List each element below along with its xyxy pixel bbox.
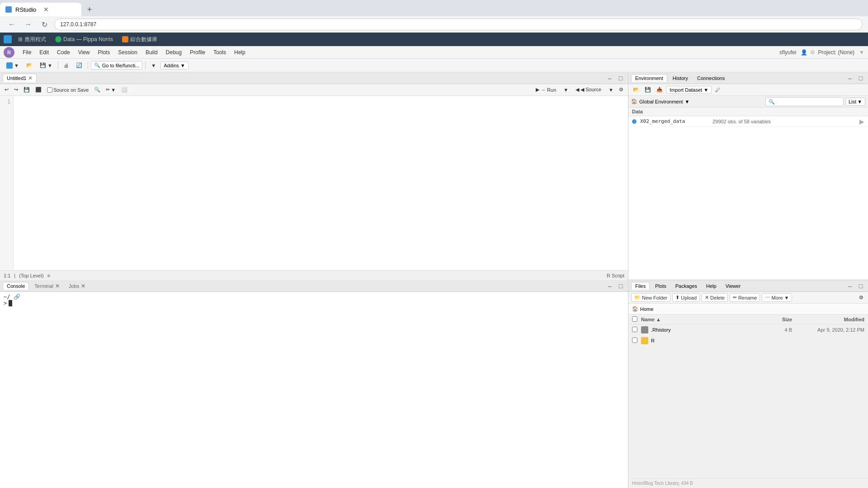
- files-header-size[interactable]: Size: [756, 317, 792, 322]
- file-checkbox-rhistory[interactable]: [632, 327, 641, 333]
- project-dropdown-icon[interactable]: ▼: [859, 49, 864, 56]
- menu-build[interactable]: Build: [142, 48, 161, 56]
- menu-profile[interactable]: Profile: [186, 48, 209, 56]
- files-tab[interactable]: Files: [631, 282, 650, 290]
- new-tab-button[interactable]: +: [83, 3, 96, 16]
- upload-button[interactable]: ⬆ Upload: [672, 293, 700, 302]
- menu-plots[interactable]: Plots: [94, 48, 114, 56]
- editor-expand-button[interactable]: ⬜: [119, 86, 129, 94]
- home-breadcrumb-label[interactable]: Home: [640, 306, 653, 312]
- more-button[interactable]: ⋯ More ▼: [762, 293, 792, 302]
- env-save-button[interactable]: 💾: [643, 86, 653, 94]
- list-button[interactable]: List ▼: [845, 98, 865, 106]
- back-button[interactable]: ←: [5, 18, 18, 31]
- console-prompt-line[interactable]: >: [4, 300, 624, 306]
- terminal-tab[interactable]: Terminal ✕: [31, 282, 63, 290]
- clear-env-button[interactable]: 🖊: [713, 86, 722, 94]
- import-dataset-button[interactable]: Import Dataset ▼: [666, 86, 712, 94]
- run-button[interactable]: ▶ → Run: [532, 86, 560, 94]
- console-maximize-button[interactable]: □: [616, 282, 625, 291]
- source-on-save-check[interactable]: [47, 87, 52, 93]
- menu-code[interactable]: Code: [53, 48, 74, 56]
- data-pippa-button[interactable]: Data — Pippa Norris: [52, 35, 116, 43]
- global-env-selector[interactable]: 🏠 Global Environment ▼: [631, 99, 690, 104]
- viewer-tab[interactable]: Viewer: [722, 282, 744, 290]
- new-file-button[interactable]: ▼: [4, 61, 22, 70]
- file-check-rhistory[interactable]: [632, 327, 637, 332]
- env-import-csv-button[interactable]: 📥: [655, 86, 665, 94]
- editor-settings-button[interactable]: ⚙: [617, 86, 625, 94]
- tab-close-button[interactable]: ✕: [43, 6, 49, 13]
- files-minimize-button[interactable]: –: [845, 282, 854, 291]
- forward-button[interactable]: →: [22, 18, 34, 31]
- file-check-r[interactable]: [632, 338, 637, 343]
- db-button[interactable]: 綜合數據庫: [119, 35, 160, 44]
- plots-tab[interactable]: Plots: [651, 282, 670, 290]
- address-bar[interactable]: [54, 19, 863, 30]
- editor-save-all-button[interactable]: ⬛: [33, 86, 43, 94]
- packages-tab[interactable]: Packages: [672, 282, 701, 290]
- knit-button[interactable]: 🔄: [73, 61, 85, 69]
- rename-button[interactable]: ✏ Rename: [730, 293, 760, 302]
- files-header-modified[interactable]: Modified: [792, 317, 864, 322]
- env-search-input[interactable]: [765, 97, 844, 106]
- delete-button[interactable]: ✕ Delete: [702, 293, 728, 302]
- jobs-tab[interactable]: Jobs ✕: [65, 282, 89, 290]
- terminal-tab-close[interactable]: ✕: [55, 283, 60, 289]
- editor-content[interactable]: [14, 96, 628, 270]
- source-options-button[interactable]: ▼: [607, 86, 615, 94]
- print-button[interactable]: 🖨: [61, 62, 71, 69]
- console-body[interactable]: ~/ 🔗 >: [0, 292, 628, 488]
- editor-source-on-save-checkbox[interactable]: Source on Save: [45, 86, 90, 94]
- connections-tab[interactable]: Connections: [693, 75, 728, 82]
- file-name-r[interactable]: R: [651, 338, 756, 343]
- file-name-rhistory[interactable]: .Rhistory: [651, 327, 756, 333]
- editor-tab-untitled1[interactable]: Untitled1 ✕: [3, 74, 37, 82]
- env-maximize-button[interactable]: □: [856, 74, 865, 83]
- env-load-button[interactable]: 📂: [631, 86, 641, 94]
- file-row-r-folder[interactable]: R: [628, 335, 868, 346]
- source-button[interactable]: ◀ ◀ Source: [572, 86, 605, 94]
- refresh-button[interactable]: ↻: [38, 18, 51, 31]
- file-row-rhistory[interactable]: .Rhistory 4 B Apr 9, 2020, 2:12 PM: [628, 324, 868, 335]
- editor-search-button[interactable]: 🔍: [92, 86, 102, 94]
- editor-undo-button[interactable]: ↩: [3, 86, 10, 94]
- import-dropdown-icon: ▼: [703, 87, 708, 93]
- environment-tab[interactable]: Environment: [631, 74, 667, 82]
- editor-tab-close[interactable]: ✕: [28, 75, 33, 81]
- editor-maximize-button[interactable]: □: [616, 74, 625, 83]
- console-minimize-button[interactable]: –: [605, 282, 614, 291]
- files-maximize-button[interactable]: □: [856, 282, 865, 291]
- editor-save-button[interactable]: 💾: [22, 86, 32, 94]
- menu-debug[interactable]: Debug: [162, 48, 185, 56]
- new-folder-button[interactable]: 📁 New Folder: [631, 293, 670, 302]
- editor-code-button[interactable]: ✏ ▼: [104, 86, 118, 94]
- jobs-tab-close[interactable]: ✕: [81, 283, 85, 289]
- addins-button[interactable]: Addins ▼: [160, 61, 189, 70]
- menu-session[interactable]: Session: [114, 48, 141, 56]
- menu-edit[interactable]: Edit: [36, 48, 52, 56]
- files-select-all-checkbox[interactable]: [632, 316, 637, 322]
- run-options-button[interactable]: ▼: [561, 86, 570, 94]
- menu-view[interactable]: View: [75, 48, 94, 56]
- menu-file[interactable]: File: [19, 48, 35, 56]
- env-variable-row[interactable]: X02_merged_data 29902 obs. of 58 variabl…: [628, 116, 868, 127]
- history-tab[interactable]: History: [669, 75, 692, 82]
- open-file-button[interactable]: 📂: [24, 61, 35, 69]
- variable-expand-icon[interactable]: ▶: [859, 118, 864, 125]
- save-button[interactable]: 💾 ▼: [37, 61, 55, 69]
- files-settings-button[interactable]: ⚙: [857, 294, 865, 301]
- help-tab[interactable]: Help: [703, 282, 720, 290]
- go-to-file-button[interactable]: 🔍 Go to file/functi...: [91, 61, 143, 70]
- menu-tools[interactable]: Tools: [210, 48, 230, 56]
- console-tab[interactable]: Console: [3, 282, 29, 290]
- menu-help[interactable]: Help: [231, 48, 249, 56]
- toolbar-dropdown-button[interactable]: ▼: [148, 62, 159, 69]
- apps-grid-button[interactable]: ⊞ 應用程式: [15, 35, 49, 44]
- files-header-name[interactable]: Name ▲: [641, 317, 756, 322]
- editor-minimize-button[interactable]: –: [605, 74, 614, 83]
- browser-tab[interactable]: RStudio ✕: [0, 3, 81, 16]
- file-checkbox-r[interactable]: [632, 338, 641, 344]
- env-minimize-button[interactable]: –: [845, 74, 854, 83]
- editor-redo-button[interactable]: ↪: [12, 86, 20, 94]
